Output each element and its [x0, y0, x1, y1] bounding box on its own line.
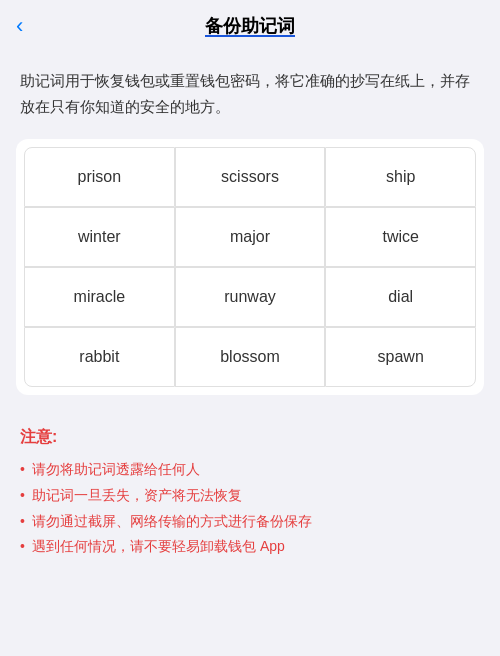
- mnemonic-word-6[interactable]: twice: [325, 207, 476, 267]
- mnemonic-word-4[interactable]: winter: [24, 207, 175, 267]
- note-item-1: 请勿将助记词透露给任何人: [20, 458, 480, 482]
- mnemonic-word-2[interactable]: scissors: [175, 147, 326, 207]
- mnemonic-word-3[interactable]: ship: [325, 147, 476, 207]
- note-item-2: 助记词一旦丢失，资产将无法恢复: [20, 484, 480, 508]
- mnemonic-grid: prisonscissorsshipwintermajortwicemiracl…: [24, 147, 476, 387]
- header: ‹ 备份助记词: [0, 0, 500, 52]
- mnemonic-word-8[interactable]: runway: [175, 267, 326, 327]
- mnemonic-word-12[interactable]: spawn: [325, 327, 476, 387]
- mnemonic-word-1[interactable]: prison: [24, 147, 175, 207]
- notes-section: 注意: 请勿将助记词透露给任何人助记词一旦丢失，资产将无法恢复请勿通过截屏、网络…: [0, 411, 500, 577]
- mnemonic-container: prisonscissorsshipwintermajortwicemiracl…: [16, 139, 484, 395]
- note-item-4: 遇到任何情况，请不要轻易卸载钱包 App: [20, 535, 480, 559]
- description-text: 助记词用于恢复钱包或重置钱包密码，将它准确的抄写在纸上，并存放在只有你知道的安全…: [0, 52, 500, 139]
- notes-title: 注意:: [20, 427, 480, 448]
- back-button[interactable]: ‹: [16, 15, 23, 37]
- mnemonic-word-11[interactable]: blossom: [175, 327, 326, 387]
- mnemonic-word-7[interactable]: miracle: [24, 267, 175, 327]
- page-title: 备份助记词: [205, 14, 295, 38]
- mnemonic-word-9[interactable]: dial: [325, 267, 476, 327]
- mnemonic-word-10[interactable]: rabbit: [24, 327, 175, 387]
- notes-list: 请勿将助记词透露给任何人助记词一旦丢失，资产将无法恢复请勿通过截屏、网络传输的方…: [20, 458, 480, 559]
- note-item-3: 请勿通过截屏、网络传输的方式进行备份保存: [20, 510, 480, 534]
- mnemonic-word-5[interactable]: major: [175, 207, 326, 267]
